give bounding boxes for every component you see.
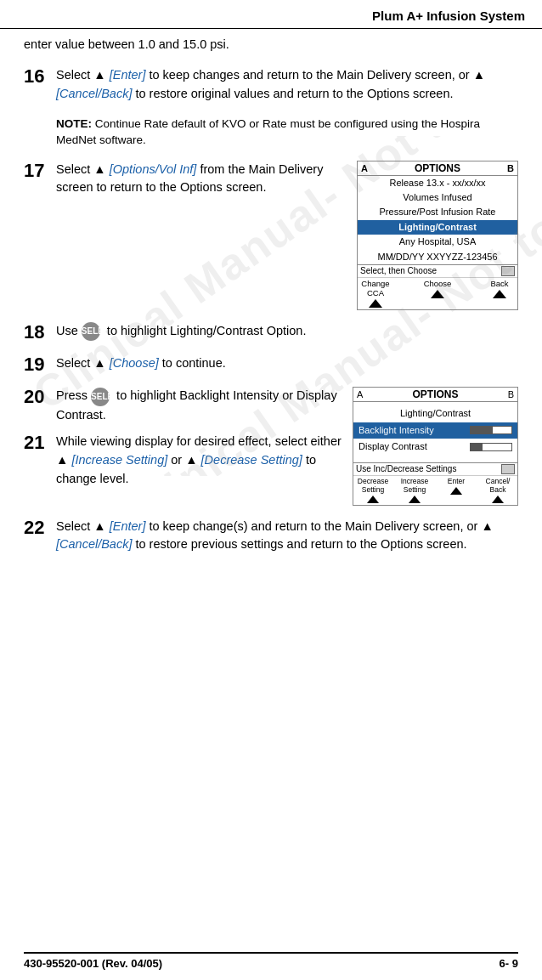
options-box1-btn3: Back xyxy=(483,279,516,308)
btn24-arrow xyxy=(492,496,504,503)
page-title: Plum A+ Infusion System xyxy=(372,8,525,23)
options-box2-btn2: IncreaseSetting xyxy=(397,477,432,503)
options-box1-row4: Lighting/Contrast xyxy=(358,220,517,235)
step-20: 20 Press SELECT to highlight Backlight I… xyxy=(24,387,344,424)
footer-label-text: Select, then Choose xyxy=(360,266,437,275)
note-block: NOTE: Continue Rate default of KVO or Ra… xyxy=(56,116,518,149)
backlight-progress xyxy=(470,426,512,434)
step21-tri1: ▲ xyxy=(56,453,68,467)
step-num-19: 19 xyxy=(24,354,56,375)
step22-link2: [Cancel/Back] xyxy=(56,537,132,551)
step19-tri1: ▲ xyxy=(93,356,105,370)
options-box1-header: A OPTIONS B xyxy=(358,161,517,176)
step-16: 16 Select ▲ [Enter] to keep changes and … xyxy=(24,66,518,104)
note-text: Continue Rate default of KVO or Rate mus… xyxy=(56,117,480,147)
page-content: enter value between 1.0 and 15.0 psi. 16… xyxy=(0,29,542,575)
step17-link1: [Options/Vol Inf] xyxy=(106,162,197,176)
btn23-label: Enter xyxy=(448,477,465,485)
intro-text: enter value between 1.0 and 15.0 psi. xyxy=(24,37,518,51)
display-contrast-fill xyxy=(471,444,483,450)
btn2-arrow xyxy=(431,290,444,298)
options-box1-footer-buttons: ChangeCCA Choose Back xyxy=(358,278,517,309)
step18-before: Use xyxy=(56,324,82,337)
step16-triangle2: ▲ xyxy=(473,68,485,82)
options-box1-label-a: A xyxy=(361,163,368,173)
step-num-22: 22 xyxy=(24,518,56,538)
options-box2-row3: Display Contrast xyxy=(353,439,517,455)
step19-link1: [Choose] xyxy=(106,356,159,370)
options-box1-btn1: ChangeCCA xyxy=(359,279,392,308)
step19-before: Select xyxy=(56,356,93,370)
display-contrast-progress xyxy=(470,443,512,451)
note-label: NOTE: xyxy=(56,117,92,130)
step-20-21-row: 20 Press SELECT to highlight Backlight I… xyxy=(24,387,518,505)
spacer xyxy=(353,456,517,462)
step-18: 18 Use SELECT to highlight Lighting/Cont… xyxy=(24,322,518,343)
step21-tri2: ▲ xyxy=(185,453,197,467)
options-box1-btn2: Choose xyxy=(421,279,454,308)
options-box1-row2: Volumes Infused xyxy=(358,190,517,205)
options-box1-row6: MM/DD/YY XXYYZZ-123456 xyxy=(358,250,517,264)
options-box2-label-options: OPTIONS xyxy=(363,388,507,400)
step17-tri1: ▲ xyxy=(93,162,105,176)
page-footer: 430-95520-001 (Rev. 04/05) 6- 9 xyxy=(24,952,518,970)
options-box2-footer: Use Inc/Decrease Settings DecreaseSettin… xyxy=(353,462,517,505)
step18-after: to highlight Lighting/Contrast Option. xyxy=(104,324,307,337)
step21-mid: or xyxy=(167,453,185,467)
step-body-22: Select ▲ [Enter] to keep change(s) and r… xyxy=(56,518,518,555)
page-header: Plum A+ Infusion System xyxy=(0,0,542,29)
step-21: 21 While viewing display for desired eff… xyxy=(24,433,344,488)
select-icon-18: SELECT xyxy=(82,322,100,341)
step-body-16: Select ▲ [Enter] to keep changes and ret… xyxy=(56,66,518,104)
step16-link2: [Cancel/Back] xyxy=(56,87,132,100)
step22-mid: to keep change(s) and return to the Main… xyxy=(145,519,481,533)
step17-before: Select xyxy=(56,162,93,176)
step-num-18: 18 xyxy=(24,322,56,343)
step-num-17: 17 xyxy=(24,161,56,181)
btn1-label: ChangeCCA xyxy=(361,279,389,297)
btn22-arrow xyxy=(409,496,421,503)
step21-before: While viewing display for desired effect… xyxy=(56,434,342,448)
btn3-label: Back xyxy=(490,279,508,288)
btn24-label: Cancel/Back xyxy=(486,477,511,494)
display-contrast-label: Display Contrast xyxy=(359,440,427,453)
step22-tri1: ▲ xyxy=(93,519,105,533)
step-17-row: 17 Select ▲ [Options/Vol Inf] from the M… xyxy=(24,161,518,310)
options-box2-row1: Lighting/Contrast xyxy=(353,402,517,422)
step22-link1: [Enter] xyxy=(106,519,146,533)
options-box2-footer-buttons: DecreaseSetting IncreaseSetting Enter Ca… xyxy=(353,476,517,505)
footer-right: 6- 9 xyxy=(500,957,518,970)
footer-left: 430-95520-001 (Rev. 04/05) xyxy=(24,957,162,970)
step-body-18: Use SELECT to highlight Lighting/Contras… xyxy=(56,322,518,341)
step22-tri2: ▲ xyxy=(481,519,493,533)
options-box1-row1: Release 13.x - xx/xx/xx xyxy=(358,176,517,190)
btn23-arrow xyxy=(450,487,462,495)
options-box1-label-options: OPTIONS xyxy=(368,162,507,174)
backlight-fill xyxy=(471,427,493,433)
step-22: 22 Select ▲ [Enter] to keep change(s) an… xyxy=(24,518,518,555)
options-box1-row5: Any Hospital, USA xyxy=(358,235,517,249)
options-box2-row2: Backlight Intensity xyxy=(353,422,517,439)
options-box2-header: A OPTIONS B xyxy=(353,388,517,402)
step-body-20: Press SELECT to highlight Backlight Inte… xyxy=(56,387,344,424)
step-num-20: 20 xyxy=(24,387,56,407)
options-box2-label-a: A xyxy=(357,389,363,399)
btn21-label: DecreaseSetting xyxy=(358,477,388,494)
options-box2-btn1: DecreaseSetting xyxy=(355,477,391,503)
step-num-16: 16 xyxy=(24,66,56,87)
options-box1-row3: Pressure/Post Infusion Rate xyxy=(358,205,517,219)
btn21-arrow xyxy=(367,496,379,503)
options-box1-footer-label: Select, then Choose xyxy=(358,265,517,278)
btn2-label: Choose xyxy=(424,279,452,288)
footer2-icon xyxy=(501,464,515,474)
step21-link2: [Decrease Setting] xyxy=(198,453,302,467)
options-box1-label-b: B xyxy=(507,163,514,173)
options-box1-footer: Select, then Choose ChangeCCA Choose Bac… xyxy=(358,264,517,309)
footer2-label-text: Use Inc/Decrease Settings xyxy=(356,464,456,473)
step16-link1: [Enter] xyxy=(106,68,146,82)
select-icon-20: SELECT xyxy=(91,388,110,406)
step-num-21: 21 xyxy=(24,433,56,453)
step16-mid1: to keep changes and return to the Main D… xyxy=(145,68,472,82)
step19-after: to continue. xyxy=(159,356,226,370)
btn22-label: IncreaseSetting xyxy=(401,477,429,494)
